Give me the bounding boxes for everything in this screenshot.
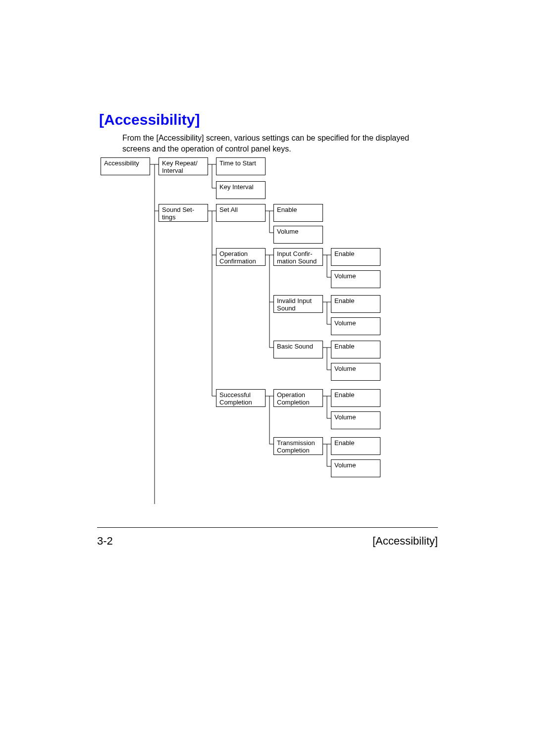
node-invalid-input-volume: Volume [331,317,380,335]
page-number: 3-2 [97,535,113,548]
node-operation-confirmation: Operation Confirmation [216,248,266,266]
manual-page: [Accessibility] From the [Accessibility]… [0,0,535,756]
node-key-interval: Key Interval [216,181,266,199]
node-transmission-completion-volume: Volume [331,459,380,477]
node-basic-sound-enable: Enable [331,341,380,358]
footer-rule [97,527,438,528]
node-invalid-input: Invalid Input Sound [273,295,323,313]
node-key-repeat: Key Repeat/ Interval [159,157,208,175]
node-input-confirm-volume: Volume [331,270,380,288]
footer-section-title: [Accessibility] [373,535,438,548]
node-basic-sound-volume: Volume [331,363,380,381]
node-sound-settings: Sound Set­tings [159,204,208,222]
node-basic-sound: Basic Sound [273,341,323,358]
node-transmission-completion: Transmission Completion [273,437,323,455]
node-operation-completion: Operation Completion [273,389,323,407]
node-time-to-start: Time to Start [216,157,266,175]
node-successful-completion: Successful Completion [216,389,266,407]
connector-lines [0,0,535,756]
node-accessibility: Accessibility [101,157,150,175]
node-operation-completion-enable: Enable [331,389,380,407]
tree-diagram: Accessibility Key Repeat/ Interval Sound… [0,0,535,756]
node-transmission-completion-enable: Enable [331,437,380,455]
node-input-confirmation: Input Confir­mation Sound [273,248,323,266]
node-operation-completion-volume: Volume [331,411,380,429]
node-input-confirm-enable: Enable [331,248,380,266]
node-set-all-enable: Enable [273,204,323,222]
node-set-all: Set All [216,204,266,222]
node-set-all-volume: Volume [273,226,323,244]
node-invalid-input-enable: Enable [331,295,380,313]
